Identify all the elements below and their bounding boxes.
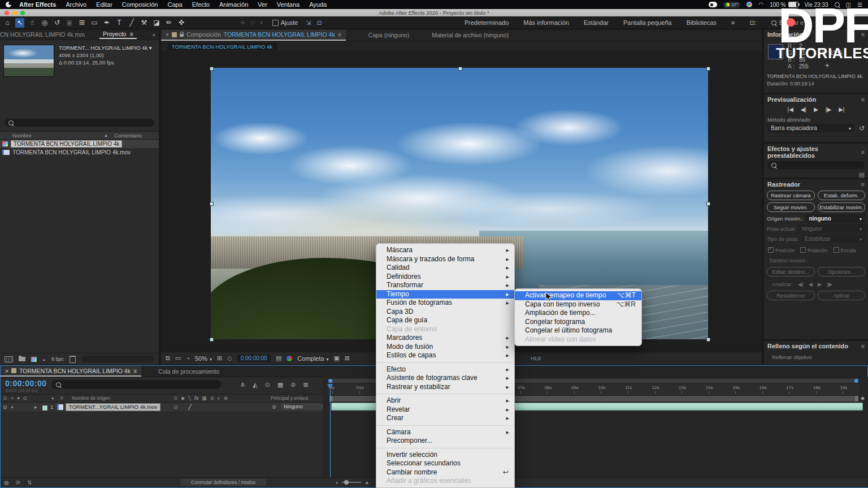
apple-menu-icon[interactable]: [6, 2, 11, 7]
mask-toggle-icon[interactable]: ◇: [227, 355, 232, 362]
analyze-step-button[interactable]: ◀|: [798, 281, 804, 287]
motion-blur-icon[interactable]: ⊘: [290, 381, 296, 388]
label-column-icon[interactable]: ♦: [51, 395, 54, 401]
layer-shy-icon[interactable]: ⊙: [173, 404, 178, 410]
comp-marker-icon[interactable]: ◆: [861, 395, 865, 401]
sort-arrow-icon[interactable]: ▲: [104, 133, 108, 138]
motion-source-select[interactable]: ninguno: [805, 214, 865, 222]
first-frame-button[interactable]: |◀: [788, 106, 793, 113]
last-frame-button[interactable]: ▶|: [839, 106, 844, 113]
context-menu-item[interactable]: Seleccionar secundarios: [376, 459, 514, 468]
panel-menu-icon[interactable]: [861, 96, 865, 103]
viewer-lock-icon[interactable]: ◔: [186, 355, 190, 362]
context-menu-item[interactable]: Máscara: [376, 246, 514, 255]
timeline-zoom-slider[interactable]: ▲ ▲: [335, 480, 370, 485]
zoom-in-icon[interactable]: ▲: [364, 480, 370, 485]
interpret-footage-icon[interactable]: ◒: [42, 356, 46, 362]
battery-indicator[interactable]: 100 %: [770, 2, 798, 8]
composition-tab[interactable]: × Composición TORMENTA BCN HOLYGRAIL LIM…: [161, 29, 346, 41]
panel-menu-icon[interactable]: [861, 31, 865, 38]
context-menu-item[interactable]: Revelar: [376, 405, 514, 414]
expand-layers-icon[interactable]: ◍: [4, 480, 9, 486]
menubar-clock[interactable]: Vie 23:33: [805, 2, 828, 8]
reset-icon[interactable]: ↺: [859, 124, 865, 132]
selection-handle[interactable]: [458, 67, 462, 71]
menubar-item[interactable]: After Effects: [19, 1, 56, 8]
tab-overflow-chevron[interactable]: »: [152, 31, 155, 38]
layer-quality-icon[interactable]: ╱: [188, 404, 192, 410]
submenu-item[interactable]: Capa con tiempo inverso ⌥⌘R: [515, 300, 641, 309]
workspace-item[interactable]: Estándar: [584, 19, 609, 26]
menubar-item[interactable]: Capa: [167, 1, 182, 8]
context-menu-item[interactable]: Añadir a gráficos esenciales: [376, 477, 514, 486]
context-menu-item[interactable]: Estilos de capas: [376, 351, 514, 360]
effects-search-input[interactable]: [767, 161, 865, 169]
prev-frame-button[interactable]: ◀|: [801, 106, 806, 113]
delete-item-icon[interactable]: [70, 356, 76, 363]
type-tool-icon[interactable]: T: [115, 18, 124, 28]
context-menu-item[interactable]: Máscara y trazados de forma: [376, 255, 514, 264]
submenu-item[interactable]: Congelar el último fotograma: [515, 326, 641, 335]
new-footage-icon[interactable]: [5, 356, 13, 362]
context-menu-item[interactable]: Precomponer...: [376, 437, 514, 446]
column-name[interactable]: Nombre: [12, 132, 32, 139]
context-menu-item[interactable]: Capa de entorno: [376, 325, 514, 334]
submenu-item[interactable]: Activar remapeo de tiempo ⌥⌘T: [515, 291, 641, 300]
hand-tool-icon[interactable]: ☝: [28, 18, 37, 28]
footage-title[interactable]: TORMENT... HOLYGRAIL LIMPIO 4k ▾: [59, 45, 152, 52]
project-tab[interactable]: Proyecto: [99, 31, 137, 39]
new-preset-icon[interactable]: ▤: [859, 171, 865, 179]
timeline-search-input[interactable]: [51, 380, 221, 389]
menubar-item[interactable]: Ver: [258, 1, 267, 8]
panel-menu-icon[interactable]: [861, 181, 865, 188]
submenu-item[interactable]: Congelar fotograma: [515, 318, 641, 327]
context-menu-item[interactable]: Definidores: [376, 273, 514, 282]
snapshot-icon[interactable]: ▤: [276, 355, 281, 362]
breadcrumb[interactable]: TORMENTA BCN HOLYGRAIL LIMPIO 4k: [167, 43, 277, 50]
3d-axis-world-icon[interactable]: ⊹: [250, 19, 255, 27]
selection-handle[interactable]: [706, 67, 710, 71]
project-bit-depth[interactable]: 8 bpc: [51, 356, 64, 362]
menubar-item[interactable]: Ventana: [277, 1, 300, 8]
comp-flowchart-icon[interactable]: ⋔: [240, 381, 245, 388]
roi-icon[interactable]: ▣: [333, 355, 339, 362]
selection-handle[interactable]: [210, 67, 214, 71]
context-menu-item[interactable]: Fusión de fotogramas: [376, 299, 514, 308]
panel-menu-icon[interactable]: [861, 149, 865, 156]
browser-icon[interactable]: [747, 2, 752, 7]
menubar-item[interactable]: Animación: [219, 1, 248, 8]
context-menu-item[interactable]: Transformar: [376, 281, 514, 290]
render-queue-tab[interactable]: Cola de procesamiento: [158, 368, 219, 375]
always-preview-icon[interactable]: ⧉: [166, 355, 170, 362]
analyze-step-button[interactable]: ◀: [809, 281, 813, 287]
clone-stamp-tool-icon[interactable]: ⚒: [140, 18, 149, 28]
next-frame-button[interactable]: |▶: [826, 106, 831, 113]
home-icon[interactable]: ⌂: [3, 18, 12, 28]
context-menu-item[interactable]: Tiempo: [376, 290, 514, 299]
toggle-switches-modes-button[interactable]: Conmutar definidores / modos: [180, 479, 266, 486]
project-search-input[interactable]: [5, 119, 154, 127]
primary-viewer-icon[interactable]: ▭: [175, 355, 181, 362]
zoom-slider-knob[interactable]: [344, 480, 349, 485]
workspace-item[interactable]: Predeterminado: [465, 19, 509, 26]
draft-3d-icon[interactable]: ◭: [253, 381, 257, 388]
workspace-switcher-icon[interactable]: ⊡:: [750, 19, 757, 27]
lock-icon[interactable]: [180, 34, 184, 37]
selection-handle[interactable]: [706, 202, 710, 206]
grid-snap-icon[interactable]: ⇲: [306, 19, 311, 27]
context-menu-item[interactable]: Rastrear y estabilizar: [376, 383, 514, 392]
playhead-handle[interactable]: [327, 384, 333, 389]
context-menu-item[interactable]: Crear: [376, 414, 514, 423]
wifi-icon[interactable]: ◠: [758, 2, 763, 7]
context-menu-item[interactable]: Cambiar nombre ↩: [376, 468, 514, 477]
notification-list-icon[interactable]: ☰: [857, 2, 862, 8]
menubar-item[interactable]: Efecto: [192, 1, 210, 8]
exposure-value[interactable]: +0,0: [530, 355, 541, 361]
project-scrollbar[interactable]: [81, 356, 154, 362]
context-menu-item[interactable]: Capa de guía: [376, 316, 514, 325]
transparency-grid-icon[interactable]: ⊠: [345, 355, 350, 362]
parent-link-column[interactable]: Principal y enlace: [271, 395, 309, 401]
menubar-item[interactable]: Composición: [122, 1, 158, 8]
zoom-tool-icon[interactable]: ◎: [40, 18, 49, 28]
track-dimension-checkbox[interactable]: Posición: [768, 247, 795, 253]
